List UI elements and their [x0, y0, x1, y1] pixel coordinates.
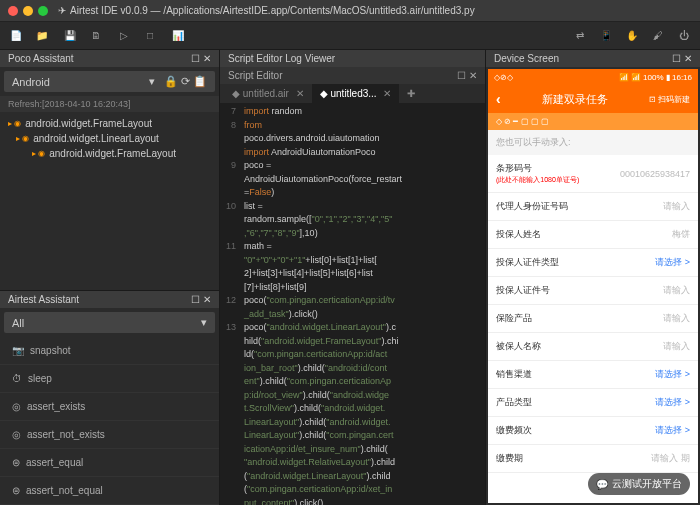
tab-bar: ◆ untitled.air ✕◆ untitled3... ✕✚	[220, 84, 485, 103]
form-row[interactable]: 被保人名称请输入	[488, 333, 698, 361]
maximize-window[interactable]	[38, 6, 48, 16]
refresh-timestamp: Refresh:[2018-04-10 16:20:43]	[0, 96, 219, 112]
form-row[interactable]: 缴费频次请选择 >	[488, 417, 698, 445]
back-icon[interactable]: ‹	[496, 91, 501, 107]
titlebar: ✈ Airtest IDE v0.0.9 — /Applications/Air…	[0, 0, 700, 22]
panel-controls[interactable]: ☐ ✕	[191, 294, 211, 305]
assist-item-assert_exists[interactable]: ◎assert_exists	[0, 393, 219, 421]
device-status-bar: ◇⊘◇ 📶 📶 100% ▮ 16:16	[488, 69, 698, 85]
assist-item-assert_equal[interactable]: ⊜assert_equal	[0, 449, 219, 477]
save-icon[interactable]: 💾	[60, 26, 80, 46]
code-editor[interactable]: 7import random8frompoco.drivers.android.…	[220, 103, 485, 505]
watermark: 💬 云测试开放平台	[588, 473, 690, 495]
tree-item[interactable]: ▸ ◉android.widget.FrameLayout	[0, 146, 219, 161]
form-row[interactable]: 销售渠道请选择 >	[488, 361, 698, 389]
brush-icon[interactable]: 🖌	[648, 26, 668, 46]
close-window[interactable]	[8, 6, 18, 16]
open-folder-icon[interactable]: 📁	[32, 26, 52, 46]
assist-item-snapshot[interactable]: 📷snapshot	[0, 337, 219, 365]
form-row[interactable]: 产品类型请选择 >	[488, 389, 698, 417]
center-header: Script Editor Log Viewer	[220, 50, 485, 67]
panel-controls[interactable]: ☐ ✕	[672, 53, 692, 64]
app-icon: ✈	[58, 5, 66, 16]
assist-item-assert_not_exists[interactable]: ◎assert_not_exists	[0, 421, 219, 449]
scan-button[interactable]: ⊡ 扫码新建	[649, 94, 690, 105]
swap-icon[interactable]: ⇄	[570, 26, 590, 46]
hand-icon[interactable]: ✋	[622, 26, 642, 46]
panel-controls[interactable]: ☐ ✕	[191, 53, 211, 64]
assist-item-sleep[interactable]: ⏱sleep	[0, 365, 219, 393]
stop-icon[interactable]: □	[140, 26, 160, 46]
tree-item[interactable]: ▸ ◉android.widget.LinearLayout	[0, 131, 219, 146]
form-row[interactable]: 投保人姓名梅饼	[488, 221, 698, 249]
form-row[interactable]: 缴费期请输入 期	[488, 445, 698, 473]
banner: ◇ ⊘ ━ ▢ ▢ ▢	[488, 113, 698, 130]
app-title: 新建双录任务	[542, 92, 608, 107]
hint-text: 您也可以手动录入:	[488, 130, 698, 155]
power-icon[interactable]: ⏻	[674, 26, 694, 46]
poco-assistant-header: Poco Assistant ☐ ✕	[0, 50, 219, 67]
tab-untitled.air[interactable]: ◆ untitled.air ✕	[224, 84, 312, 103]
phone-icon[interactable]: 📱	[596, 26, 616, 46]
platform-dropdown[interactable]: Android ▾ 🔒 ⟳ 📋	[4, 71, 215, 92]
form-row[interactable]: 投保人证件号请输入	[488, 277, 698, 305]
form-row[interactable]: 代理人身份证号码请输入	[488, 193, 698, 221]
wechat-icon: 💬	[596, 479, 608, 490]
window-title: ✈ Airtest IDE v0.0.9 — /Applications/Air…	[58, 5, 475, 16]
airtest-assistant-header: Airtest Assistant ☐ ✕	[0, 291, 219, 308]
new-file-icon[interactable]: 📄	[6, 26, 26, 46]
form-row[interactable]: 条形码号(此处不能输入1080单证号)00010625938417	[488, 155, 698, 193]
run-icon[interactable]: ▷	[114, 26, 134, 46]
traffic-lights	[8, 6, 48, 16]
toolbar: 📄 📁 💾 🗎 ▷ □ 📊 ⇄ 📱 ✋ 🖌 ⏻	[0, 22, 700, 50]
form-row[interactable]: 保险产品请输入	[488, 305, 698, 333]
form-row[interactable]: 投保人证件类型请选择 >	[488, 249, 698, 277]
new-tab-button[interactable]: ✚	[399, 84, 423, 103]
tree-item[interactable]: ▸ ◉android.widget.FrameLayout	[0, 116, 219, 131]
ui-tree: ▸ ◉android.widget.FrameLayout▸ ◉android.…	[0, 112, 219, 290]
app-header: ‹ 新建双录任务 ⊡ 扫码新建	[488, 85, 698, 113]
report-icon[interactable]: 📊	[168, 26, 188, 46]
filter-dropdown[interactable]: All ▾	[4, 312, 215, 333]
save-all-icon[interactable]: 🗎	[86, 26, 106, 46]
tab-untitled3...[interactable]: ◆ untitled3... ✕	[312, 84, 400, 103]
assist-item-assert_not_equal[interactable]: ⊜assert_not_equal	[0, 477, 219, 505]
script-editor-label: Script Editor ☐ ✕	[220, 67, 485, 84]
minimize-window[interactable]	[23, 6, 33, 16]
device-screen[interactable]: ◇⊘◇ 📶 📶 100% ▮ 16:16 ‹ 新建双录任务 ⊡ 扫码新建 ◇ ⊘…	[488, 69, 698, 503]
device-screen-header: Device Screen ☐ ✕	[486, 50, 700, 67]
